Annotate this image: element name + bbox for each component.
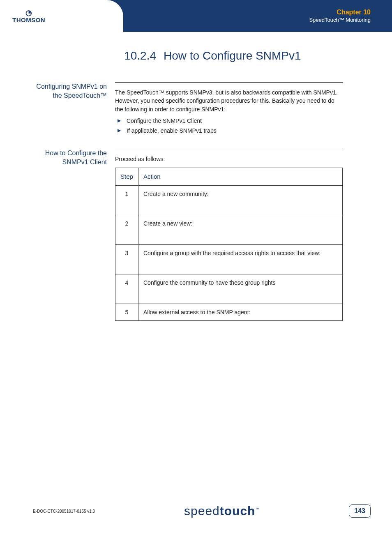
- brand-tm: ™: [255, 507, 260, 511]
- intro-paragraph: The SpeedTouch™ supports SNMPv3, but is …: [115, 88, 343, 113]
- action-cell: Create a new view:: [138, 215, 343, 244]
- block-body-howto: Proceed as follows: Step Action 1 Create…: [115, 149, 343, 320]
- bullet-arrow-icon: ▶: [118, 117, 121, 124]
- bullet-list: ▶Configure the SNMPv1 Client ▶If applica…: [115, 117, 343, 135]
- brand-light: speed: [184, 504, 220, 518]
- doc-id: E-DOC-CTC-20051017-0155 v1.0: [33, 509, 95, 514]
- thomson-glyph-icon: ◔: [12, 9, 45, 16]
- page-number: 143: [349, 504, 371, 518]
- header-right: Chapter 10 SpeedTouch™ Monitoring: [309, 8, 371, 24]
- col-action-header: Action: [138, 168, 343, 185]
- step-cell: 1: [115, 185, 138, 215]
- steps-table: Step Action 1 Create a new community: 2 …: [115, 168, 343, 321]
- action-cell: Configure a group with the required acce…: [138, 244, 343, 274]
- footer: E-DOC-CTC-20051017-0155 v1.0 speedtouch™…: [33, 504, 371, 518]
- step-cell: 4: [115, 274, 138, 304]
- thomson-logo-text: THOMSON: [12, 16, 45, 23]
- table-header-row: Step Action: [115, 168, 343, 185]
- chapter-label: Chapter 10: [309, 8, 371, 17]
- table-row: 2 Create a new view:: [115, 215, 343, 244]
- step-cell: 3: [115, 244, 138, 274]
- bullet-text: Configure the SNMPv1 Client: [127, 117, 202, 124]
- section-heading: 10.2.4How to Configure SNMPv1: [119, 49, 343, 62]
- step-cell: 2: [115, 215, 138, 244]
- action-cell: Allow external access to the SNMP agent:: [138, 304, 343, 320]
- block-howto: How to Configure the SNMPv1 Client Proce…: [33, 149, 343, 320]
- chapter-subtitle: SpeedTouch™ Monitoring: [309, 17, 371, 24]
- brand-bold: touch: [220, 504, 256, 518]
- content-area: 10.2.4How to Configure SNMPv1 Configurin…: [33, 49, 343, 321]
- thomson-logo: ◔ THOMSON: [12, 9, 45, 23]
- action-cell: Configure the community to have these gr…: [138, 274, 343, 304]
- step-cell: 5: [115, 304, 138, 320]
- block-label-configuring: Configuring SNMPv1 on the SpeedTouch™: [33, 82, 115, 136]
- section-number: 10.2.4: [119, 49, 156, 62]
- bullet-item: ▶Configure the SNMPv1 Client: [115, 117, 343, 125]
- header-bar: ◔ THOMSON Chapter 10 SpeedTouch™ Monitor…: [0, 0, 392, 32]
- block-configuring: Configuring SNMPv1 on the SpeedTouch™ Th…: [33, 82, 343, 136]
- table-row: 4 Configure the community to have these …: [115, 274, 343, 304]
- block-body-configuring: The SpeedTouch™ supports SNMPv3, but is …: [115, 82, 343, 136]
- section-title: How to Configure SNMPv1: [164, 49, 301, 62]
- brand-logo: speedtouch™: [184, 504, 260, 518]
- bullet-item: ▶If applicable, enable SNMPv1 traps: [115, 127, 343, 135]
- lead-paragraph: Proceed as follows:: [115, 155, 343, 163]
- action-cell: Create a new community:: [138, 185, 343, 215]
- table-row: 3 Configure a group with the required ac…: [115, 244, 343, 274]
- bullet-text: If applicable, enable SNMPv1 traps: [127, 127, 217, 134]
- table-row: 5 Allow external access to the SNMP agen…: [115, 304, 343, 320]
- block-label-howto: How to Configure the SNMPv1 Client: [33, 149, 115, 320]
- bullet-arrow-icon: ▶: [118, 127, 121, 134]
- table-row: 1 Create a new community:: [115, 185, 343, 215]
- col-step-header: Step: [115, 168, 138, 185]
